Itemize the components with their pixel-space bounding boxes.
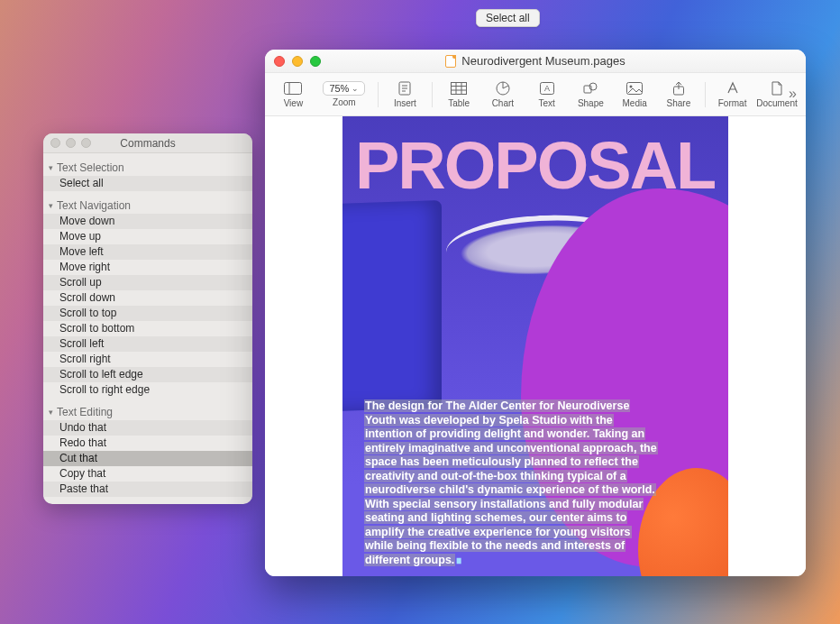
group-text-editing[interactable]: ▾ Text Editing: [43, 403, 252, 420]
toolbar-label: Share: [667, 98, 691, 108]
toolbar: View 75% ⌄ Zoom Insert Table: [265, 73, 806, 116]
cmd-paste-that[interactable]: Paste that: [43, 482, 252, 497]
sidebar-icon: [283, 80, 303, 96]
view-button[interactable]: View: [274, 80, 313, 108]
zoom-value-pill[interactable]: 75% ⌄: [323, 81, 365, 96]
chevron-down-icon: ▾: [49, 201, 53, 210]
cmd-scroll-up[interactable]: Scroll up: [43, 275, 252, 290]
document-title-text: Neurodivergent Museum.pages: [461, 54, 625, 68]
toolbar-label: Media: [622, 98, 646, 108]
chevron-double-right-icon: »: [789, 86, 797, 101]
page-body-text[interactable]: The design for The Alder Center for Neur…: [364, 399, 657, 567]
toolbar-label: Shape: [578, 98, 604, 108]
toolbar-overflow-button[interactable]: »: [789, 86, 797, 102]
voice-command-tooltip: Select all: [476, 9, 540, 27]
cmd-scroll-to-right-edge[interactable]: Scroll to right edge: [43, 382, 252, 398]
shape-button[interactable]: Shape: [571, 80, 610, 108]
shape-icon: [580, 80, 600, 96]
pages-titlebar[interactable]: Neurodivergent Museum.pages: [265, 50, 806, 73]
close-icon[interactable]: [274, 56, 285, 67]
toolbar-label: Insert: [394, 98, 416, 108]
svg-point-17: [630, 86, 633, 88]
group-label: Text Selection: [57, 161, 124, 174]
insert-button[interactable]: Insert: [386, 80, 425, 108]
cmd-redo-that[interactable]: Redo that: [43, 436, 252, 451]
share-icon: [669, 80, 689, 96]
text-icon: A: [537, 80, 557, 96]
toolbar-label: Zoom: [333, 97, 356, 107]
svg-rect-6: [452, 83, 467, 95]
media-icon: [625, 80, 644, 96]
svg-rect-0: [285, 83, 302, 95]
selected-text: The design for The Alder Center for Neur…: [364, 399, 658, 566]
cmd-move-up[interactable]: Move up: [43, 229, 252, 244]
cmd-undo-that[interactable]: Undo that: [43, 420, 252, 436]
toolbar-separator: [432, 82, 433, 107]
minimize-icon[interactable]: [66, 138, 76, 148]
toolbar-label: Chart: [492, 98, 514, 108]
format-button[interactable]: Format: [713, 80, 752, 108]
toolbar-separator: [378, 82, 379, 107]
zoom-value: 75%: [329, 83, 349, 94]
close-icon[interactable]: [50, 138, 60, 148]
document-canvas[interactable]: PROPOSAL The design for The Alder Center…: [265, 116, 806, 576]
toolbar-label: View: [284, 98, 304, 108]
toolbar-label: Format: [718, 98, 747, 108]
text-button[interactable]: A Text: [527, 80, 566, 108]
cmd-scroll-to-bottom[interactable]: Scroll to bottom: [43, 321, 252, 336]
chart-icon: [493, 80, 513, 96]
document-icon: [767, 80, 787, 96]
pages-window: Neurodivergent Museum.pages View 75% ⌄ Z…: [265, 50, 806, 576]
group-label: Text Editing: [57, 406, 113, 418]
table-icon: [449, 80, 469, 96]
cmd-scroll-left[interactable]: Scroll left: [43, 336, 252, 352]
commands-titlebar: Commands: [43, 133, 252, 153]
chevron-down-icon: ▾: [49, 408, 53, 417]
cmd-move-left[interactable]: Move left: [43, 244, 252, 260]
minimize-icon[interactable]: [292, 56, 303, 67]
cmd-scroll-right[interactable]: Scroll right: [43, 352, 252, 367]
toolbar-label: Table: [448, 98, 470, 108]
cmd-scroll-to-top[interactable]: Scroll to top: [43, 306, 252, 321]
pages-traffic-lights[interactable]: [274, 56, 321, 67]
group-text-selection[interactable]: ▾ Text Selection: [43, 159, 252, 176]
cmd-scroll-down[interactable]: Scroll down: [43, 290, 252, 306]
media-button[interactable]: Media: [616, 80, 654, 108]
chevron-down-icon: ▾: [49, 163, 53, 172]
cmd-copy-that[interactable]: Copy that: [43, 466, 252, 482]
toolbar-separator: [705, 82, 706, 107]
format-icon: [723, 80, 743, 96]
chevron-down-icon: ⌄: [352, 84, 359, 93]
group-label: Text Navigation: [57, 199, 131, 212]
zoom-icon[interactable]: [81, 138, 91, 148]
svg-text:A: A: [544, 84, 550, 93]
zoom-button[interactable]: 75% ⌄ Zoom: [318, 81, 370, 107]
cmd-move-right[interactable]: Move right: [43, 260, 252, 275]
insert-icon: [395, 80, 415, 96]
commands-panel: Commands ▾ Text Selection Select all ▾ T…: [43, 133, 252, 504]
document-title[interactable]: Neurodivergent Museum.pages: [445, 54, 625, 68]
cmd-select-all[interactable]: Select all: [43, 176, 252, 191]
toolbar-label: Text: [538, 98, 554, 108]
text-cursor-icon: ∎: [455, 554, 462, 566]
table-button[interactable]: Table: [440, 80, 479, 108]
pages-document-icon: [445, 55, 456, 68]
svg-point-15: [589, 83, 597, 90]
commands-traffic-lights[interactable]: [50, 138, 91, 148]
share-button[interactable]: Share: [659, 80, 698, 108]
decorative-block: [342, 200, 442, 411]
cmd-move-down[interactable]: Move down: [43, 214, 252, 229]
group-text-navigation[interactable]: ▾ Text Navigation: [43, 197, 252, 214]
fullscreen-icon[interactable]: [310, 56, 321, 67]
document-page[interactable]: PROPOSAL The design for The Alder Center…: [342, 116, 728, 576]
chart-button[interactable]: Chart: [483, 80, 522, 108]
cmd-cut-that[interactable]: Cut that: [43, 451, 252, 466]
cmd-scroll-to-left-edge[interactable]: Scroll to left edge: [43, 367, 252, 382]
page-heading[interactable]: PROPOSAL: [355, 133, 728, 199]
